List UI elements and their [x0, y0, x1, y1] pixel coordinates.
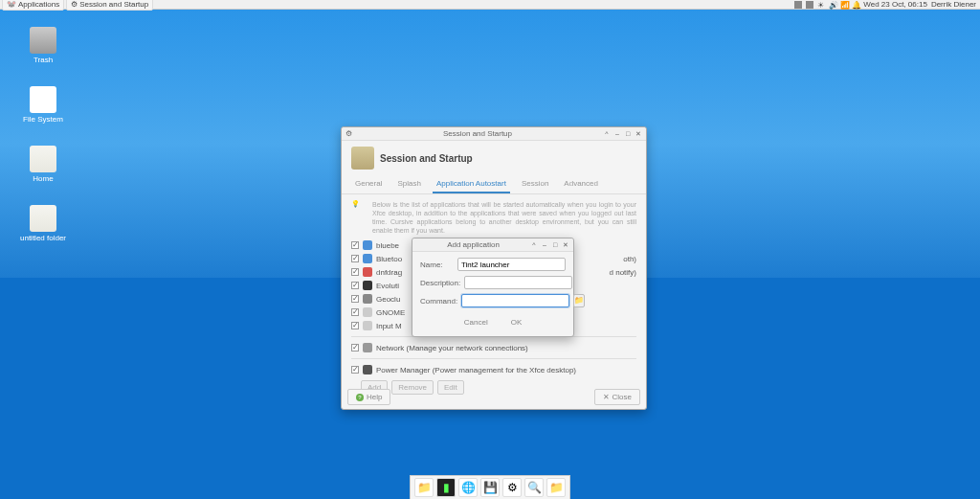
- trash-icon: [30, 27, 56, 54]
- app-label: Network (Manage your network connections…: [376, 344, 528, 352]
- close-label: Close: [612, 393, 632, 401]
- app-label: Evoluti: [376, 282, 399, 290]
- desktop-filesystem[interactable]: File System: [19, 86, 67, 124]
- tab-general[interactable]: General: [351, 175, 386, 193]
- app-label: dnfdrag: [376, 268, 402, 277]
- trash-label: Trash: [19, 56, 67, 64]
- checkbox[interactable]: [351, 255, 359, 262]
- app-label: bluebe: [376, 241, 399, 250]
- desktop-home[interactable]: Home: [19, 146, 67, 183]
- app-icon: [363, 267, 372, 277]
- session-icon: [351, 147, 374, 170]
- checkbox[interactable]: [351, 282, 359, 289]
- app-icon: [363, 321, 372, 330]
- dock-browser[interactable]: 🌐: [458, 478, 478, 497]
- desktop-trash[interactable]: Trash: [19, 27, 67, 64]
- app-label: Geoclu: [376, 295, 400, 304]
- minimize-up-icon[interactable]: ^: [603, 130, 611, 138]
- name-label: Name:: [420, 261, 454, 269]
- taskbar-item[interactable]: ⚙ Session and Startup: [66, 0, 153, 11]
- folder-icon: [30, 205, 56, 232]
- close-button[interactable]: ✕ Close: [594, 389, 640, 405]
- description-input[interactable]: [464, 276, 572, 289]
- minimize-up-icon[interactable]: ^: [530, 241, 538, 249]
- window-icon: ⚙: [345, 129, 352, 138]
- home-icon: [30, 146, 56, 172]
- tray-volume-icon[interactable]: 🔊: [829, 1, 836, 9]
- location-icon: [363, 294, 372, 304]
- settings-icon: ⚙: [71, 0, 78, 9]
- dock-folder[interactable]: 📁: [414, 478, 434, 497]
- help-label: Help: [367, 393, 382, 401]
- dock-folder-2[interactable]: 📁: [546, 478, 566, 497]
- tray-bell-icon[interactable]: 🔔: [852, 1, 859, 9]
- autostart-description: Below is the list of applications that w…: [372, 200, 636, 235]
- window-title: Session and Startup: [352, 129, 603, 138]
- dock-drive[interactable]: 💾: [480, 478, 500, 497]
- tray-icon-2[interactable]: [806, 1, 813, 9]
- app-label: Bluetoo: [376, 255, 402, 263]
- checkbox[interactable]: [351, 322, 359, 329]
- minimize-icon[interactable]: –: [541, 241, 548, 249]
- tab-advanced[interactable]: Advanced: [560, 175, 602, 193]
- command-label: Command:: [420, 297, 457, 306]
- maximize-icon[interactable]: □: [551, 241, 559, 249]
- app-label: GNOME: [376, 308, 405, 317]
- checkbox[interactable]: [351, 344, 359, 352]
- untitled-label: untitled folder: [19, 234, 67, 242]
- tabs: General Splash Application Autostart Ses…: [342, 175, 646, 194]
- tray-icon-1[interactable]: [794, 1, 802, 9]
- bulb-icon: 💡: [351, 200, 367, 219]
- app-suffix: d notify): [610, 268, 636, 277]
- list-item[interactable]: Power Manager (Power management for the …: [351, 363, 636, 376]
- app-icon: [363, 240, 372, 250]
- dock-settings[interactable]: ⚙: [502, 478, 522, 497]
- app-label: Power Manager (Power management for the …: [376, 366, 576, 374]
- tray-weather-icon[interactable]: ☀: [817, 1, 825, 9]
- top-panel: 🐭 Applications ⚙ Session and Startup ☀ 🔊…: [0, 0, 980, 10]
- tab-splash[interactable]: Splash: [393, 175, 424, 193]
- bottom-dock: 📁 ▮ 🌐 💾 ⚙ 🔍 📁: [410, 475, 570, 499]
- close-icon[interactable]: ✕: [635, 130, 642, 138]
- app-label: Input M: [376, 322, 402, 330]
- checkbox[interactable]: [351, 268, 359, 276]
- clock[interactable]: Wed 23 Oct, 06:15: [863, 0, 927, 9]
- checkbox[interactable]: [351, 241, 359, 249]
- maximize-icon[interactable]: □: [624, 130, 632, 138]
- cancel-button[interactable]: Cancel: [460, 316, 492, 329]
- tab-session[interactable]: Session: [518, 175, 552, 193]
- window-header: Session and Startup: [380, 153, 473, 164]
- home-label: Home: [19, 174, 67, 183]
- app-icon: [363, 281, 372, 290]
- dock-terminal[interactable]: ▮: [436, 478, 456, 497]
- help-button[interactable]: ? Help: [347, 389, 390, 405]
- list-item[interactable]: Network (Manage your network connections…: [351, 341, 636, 354]
- close-x-icon: ✕: [603, 393, 610, 401]
- checkbox[interactable]: [351, 366, 359, 374]
- titlebar[interactable]: ⚙ Session and Startup ^ – □ ✕: [342, 127, 646, 141]
- power-icon: [363, 365, 372, 374]
- bluetooth-icon: [363, 254, 372, 263]
- description-label: Description:: [420, 279, 460, 287]
- checkbox[interactable]: [351, 308, 359, 316]
- user-menu[interactable]: Derrik Diener: [931, 0, 976, 9]
- command-input[interactable]: [461, 294, 569, 307]
- applications-menu[interactable]: 🐭 Applications: [2, 0, 64, 11]
- filesystem-label: File System: [19, 115, 67, 124]
- ok-button[interactable]: OK: [507, 316, 526, 329]
- add-application-dialog: Add application ^ – □ ✕ Name: Descriptio…: [412, 238, 574, 337]
- browse-button[interactable]: 📁: [573, 294, 585, 307]
- tray-network-icon[interactable]: 📶: [840, 1, 848, 9]
- xfce-icon: 🐭: [7, 0, 16, 9]
- app-icon: [363, 307, 372, 317]
- name-input[interactable]: [457, 258, 566, 271]
- applications-label: Applications: [18, 0, 59, 9]
- dialog-titlebar[interactable]: Add application ^ – □ ✕: [412, 238, 573, 252]
- tab-autostart[interactable]: Application Autostart: [433, 175, 510, 193]
- close-icon[interactable]: ✕: [562, 241, 569, 249]
- app-suffix: oth): [623, 255, 636, 263]
- minimize-icon[interactable]: –: [613, 130, 621, 138]
- checkbox[interactable]: [351, 295, 359, 303]
- dock-search[interactable]: 🔍: [524, 478, 544, 497]
- desktop-untitled-folder[interactable]: untitled folder: [19, 205, 67, 242]
